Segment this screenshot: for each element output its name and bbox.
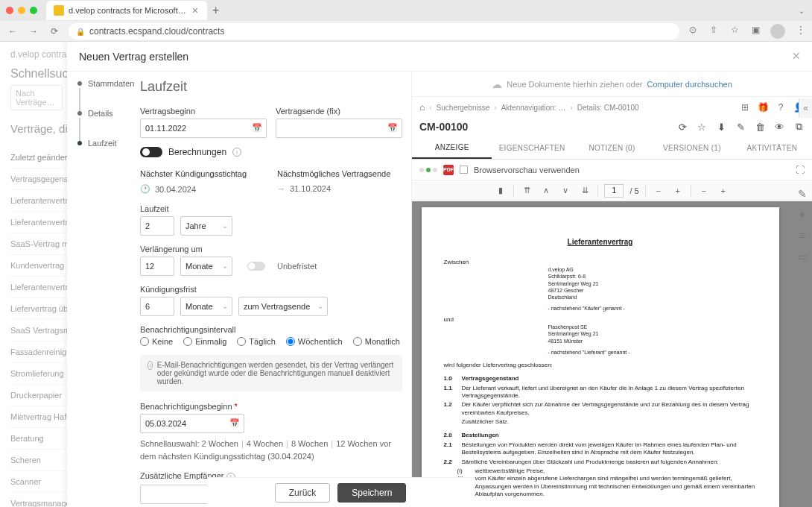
close-window[interactable] bbox=[6, 7, 13, 14]
pdf-viewport[interactable]: Lieferantenvertrag Zwischen d.velop AGSc… bbox=[412, 201, 812, 507]
chevron-down-icon: ⌄ bbox=[222, 221, 228, 230]
form-heading: Laufzeit bbox=[140, 79, 402, 95]
tab-title: d.velop contracts for Microsoft… bbox=[69, 6, 186, 15]
sidebar-toggle-icon[interactable]: ▮ bbox=[494, 184, 507, 198]
quick-option[interactable]: 2 Wochen bbox=[202, 439, 238, 448]
collapse-sidebar-button[interactable]: « bbox=[799, 98, 812, 118]
extension-value-input[interactable] bbox=[140, 256, 174, 276]
zoom-out2-icon[interactable]: − bbox=[697, 184, 711, 198]
form-column: Laufzeit Vertragsbeginn 📅 Vertragsende (… bbox=[136, 72, 411, 507]
interval-radio-wöchentlich[interactable]: Wöchentlich bbox=[286, 337, 343, 346]
modal-close-button[interactable]: × bbox=[792, 48, 800, 64]
pdf-page: Lieferantenvertrag Zwischen d.velop AGSc… bbox=[422, 207, 779, 507]
apps-icon[interactable]: ⊞ bbox=[739, 101, 751, 113]
create-contract-modal: Neuen Vertrag erstellen × Stammdaten Det… bbox=[67, 42, 812, 507]
search-icon[interactable]: ⊙ bbox=[687, 24, 699, 36]
start-date-input[interactable] bbox=[140, 119, 267, 138]
zoom-out-icon[interactable]: − bbox=[652, 184, 665, 198]
next-page-icon[interactable]: ∨ bbox=[559, 184, 572, 198]
home-icon[interactable]: ⌂ bbox=[419, 102, 425, 113]
back-button[interactable]: Zurück bbox=[275, 483, 331, 503]
browser-tab[interactable]: d.velop contracts for Microsoft… × bbox=[46, 1, 207, 20]
view-icon[interactable]: 👁 bbox=[773, 121, 785, 133]
rail-icon-2[interactable]: ✦ bbox=[796, 209, 808, 221]
browser-preview-checkbox[interactable] bbox=[460, 166, 468, 174]
rail-icon-1[interactable]: ✎ bbox=[796, 188, 808, 200]
breadcrumb: ⌂ ‹ Suchergebnisse › Aktennavigation: … … bbox=[419, 102, 639, 113]
minimize-window[interactable] bbox=[18, 7, 25, 14]
chevron-down-icon: ⌄ bbox=[317, 302, 323, 310]
dropzone[interactable]: ☁ Neue Dokumente hierhin ziehen oder Com… bbox=[412, 72, 812, 97]
page-number-input[interactable] bbox=[604, 184, 624, 198]
tab-versionen[interactable]: VERSIONEN (1) bbox=[652, 137, 732, 159]
share-icon[interactable]: ⇧ bbox=[708, 24, 720, 36]
favorite-icon[interactable]: ☆ bbox=[696, 121, 708, 133]
interval-radio-täglich[interactable]: Täglich bbox=[237, 337, 275, 346]
url-text: contracts.ecspand.cloud/contracts bbox=[89, 26, 224, 37]
step-laufzeit[interactable]: Laufzeit bbox=[77, 139, 131, 169]
interval-radio-keine[interactable]: Keine bbox=[140, 337, 173, 346]
browse-link[interactable]: Computer durchsuchen bbox=[647, 80, 732, 89]
zoom-in2-icon[interactable]: + bbox=[717, 184, 730, 198]
zoom-in-icon[interactable]: + bbox=[671, 184, 685, 198]
crumb-item[interactable]: Suchergebnisse bbox=[437, 104, 490, 112]
crumb-item[interactable]: Aktennavigation: … bbox=[501, 104, 566, 112]
maximize-window[interactable] bbox=[30, 7, 37, 14]
tab-close-icon[interactable]: × bbox=[191, 6, 200, 15]
browser-chrome: d.velop contracts for Microsoft… × + ⌄ ←… bbox=[0, 0, 812, 42]
tab-eigenschaften[interactable]: EIGENSCHAFTEN bbox=[492, 137, 571, 159]
calculations-toggle[interactable] bbox=[140, 147, 162, 157]
extension-icon[interactable]: ▣ bbox=[749, 24, 761, 36]
duration-value-input[interactable] bbox=[140, 216, 174, 236]
notify-start-input[interactable] bbox=[140, 414, 244, 433]
quick-option[interactable]: 12 Wochen bbox=[336, 439, 377, 448]
unlimited-toggle[interactable] bbox=[247, 262, 265, 271]
rail-icon-3[interactable]: ≡ bbox=[796, 230, 808, 242]
quick-option[interactable]: 8 Wochen bbox=[291, 439, 328, 448]
interval-radio-monatlich[interactable]: Monatlich bbox=[353, 337, 400, 346]
notice-value-input[interactable] bbox=[140, 297, 174, 316]
tab-anzeige[interactable]: ANZEIGE bbox=[412, 137, 492, 159]
info-icon[interactable]: i bbox=[232, 148, 241, 157]
step-stammdaten[interactable]: Stammdaten bbox=[77, 79, 131, 109]
fullscreen-icon[interactable]: ⛶ bbox=[796, 165, 805, 175]
delete-icon[interactable]: 🗑 bbox=[754, 121, 766, 133]
tab-notizen[interactable]: NOTIZEN (0) bbox=[572, 137, 652, 159]
modal-title: Neuen Vertrag erstellen bbox=[79, 51, 188, 63]
bookmark-icon[interactable]: ☆ bbox=[729, 24, 740, 36]
tabs-menu-icon[interactable]: ⌄ bbox=[799, 7, 805, 15]
refresh-icon[interactable]: ⟳ bbox=[676, 121, 688, 133]
edit-icon[interactable]: ✎ bbox=[735, 121, 746, 133]
chevron-down-icon: ⌄ bbox=[222, 262, 228, 270]
menu-icon[interactable]: ⋮ bbox=[794, 24, 806, 36]
first-page-icon[interactable]: ⇈ bbox=[520, 184, 533, 198]
notice-ref-select[interactable] bbox=[238, 297, 328, 316]
back-button[interactable]: ← bbox=[6, 25, 19, 38]
reload-button[interactable]: ⟳ bbox=[48, 25, 61, 38]
prev-page-icon[interactable]: ∧ bbox=[539, 184, 553, 198]
extension-label: Verlängerung um bbox=[140, 245, 402, 254]
rail-icon-4[interactable]: ▭ bbox=[796, 251, 808, 262]
next-termination-value: 30.04.2024 bbox=[155, 185, 196, 194]
gift-icon[interactable]: 🎁 bbox=[757, 101, 769, 113]
copy-icon[interactable]: ⧉ bbox=[793, 121, 805, 133]
crumb-item[interactable]: Details: CM-00100 bbox=[577, 104, 639, 112]
last-page-icon[interactable]: ⇊ bbox=[578, 184, 591, 198]
forward-button[interactable]: → bbox=[27, 25, 40, 38]
download-icon[interactable]: ⬇ bbox=[715, 121, 727, 133]
end-date-input[interactable] bbox=[276, 119, 402, 138]
right-rail: ✎ ✦ ≡ ▭ bbox=[793, 183, 812, 262]
profile-avatar[interactable] bbox=[770, 24, 785, 39]
save-button[interactable]: Speichern bbox=[337, 483, 406, 503]
new-tab-button[interactable]: + bbox=[207, 1, 225, 19]
calendar-icon[interactable]: 📅 bbox=[387, 123, 398, 133]
calendar-icon[interactable]: 📅 bbox=[229, 418, 240, 428]
step-details[interactable]: Details bbox=[77, 109, 131, 139]
tab-aktivitaeten[interactable]: AKTIVITÄTEN bbox=[732, 137, 812, 159]
interval-radio-einmalig[interactable]: Einmalig bbox=[183, 337, 226, 346]
calendar-icon[interactable]: 📅 bbox=[252, 123, 262, 133]
quick-option[interactable]: 4 Wochen bbox=[247, 439, 283, 448]
address-bar[interactable]: 🔒 contracts.ecspand.cloud/contracts bbox=[69, 23, 679, 40]
help-icon[interactable]: ? bbox=[775, 101, 787, 113]
quick-select-text: Schnellauswahl: 2 Wochen|4 Wochen|8 Woch… bbox=[140, 438, 402, 462]
